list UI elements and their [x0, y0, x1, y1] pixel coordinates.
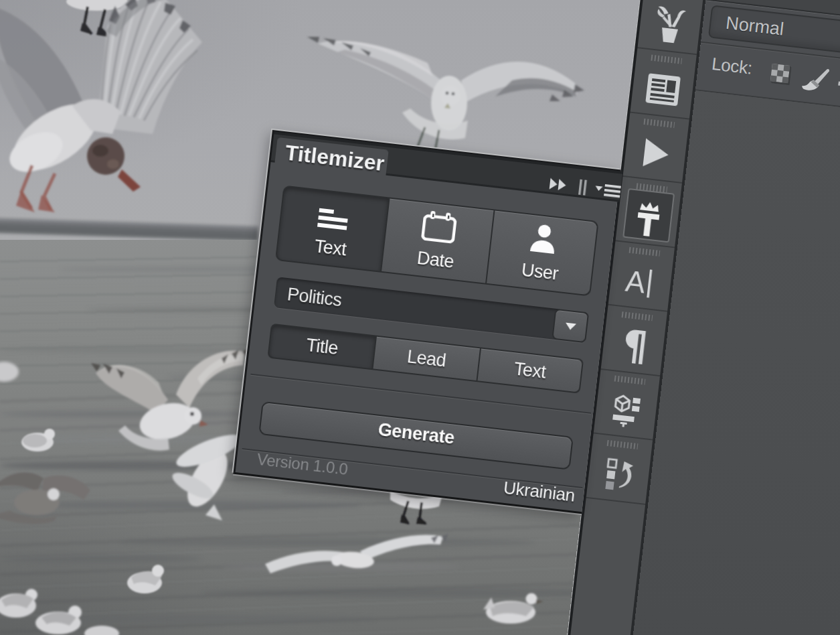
svg-text:A: A: [623, 265, 647, 299]
